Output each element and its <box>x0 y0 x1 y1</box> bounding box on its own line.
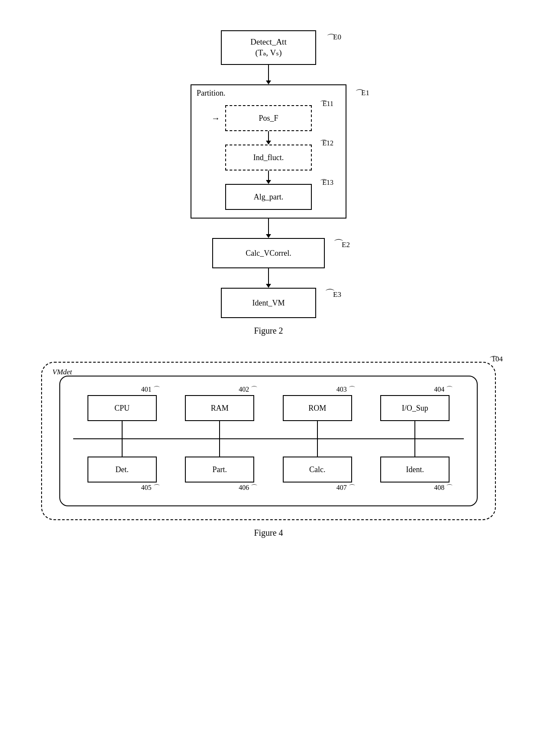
calc-vline-top <box>317 439 318 457</box>
part-ref: 406 ⌒ <box>239 483 258 492</box>
ram-label: RAM <box>211 404 229 413</box>
conn-calc-ident <box>268 268 269 284</box>
iosup-ref: 404 ⌒ <box>434 385 453 394</box>
component-cpu: 401 ⌒ CPU <box>87 385 157 438</box>
conn-detect-partition <box>268 65 269 80</box>
iosup-box: I/O_Sup <box>380 395 450 421</box>
ident-label: Ident. <box>406 465 424 474</box>
det-box: Det. <box>87 457 157 483</box>
ident-label: Ident_VM <box>252 299 285 308</box>
figure2-caption: Figure 2 <box>254 326 283 336</box>
component-rom: 403 ⌒ ROM <box>283 385 352 438</box>
e3-bracket: ⌒ <box>325 289 335 299</box>
calc-label: Calc_VCorrel. <box>246 249 291 258</box>
conn-indfluct-algpart <box>268 171 269 180</box>
calc-label: Calc. <box>309 465 326 474</box>
component-part: Part. 406 ⌒ <box>185 439 254 492</box>
rom-box: ROM <box>283 395 352 421</box>
calc-ref: 407 ⌒ <box>336 483 356 492</box>
detect-box: Detect_Att (Tₐ, Vₛ) <box>221 30 316 65</box>
conn-partition-calc <box>268 219 269 234</box>
part-box: Part. <box>185 457 254 483</box>
vm-inner-box: 401 ⌒ CPU 402 ⌒ RAM <box>59 376 478 506</box>
pos-f-wrapper: → Pos_F E11 ⌒ <box>225 105 312 131</box>
rom-label: ROM <box>308 404 326 413</box>
cpu-vline <box>122 421 123 438</box>
page: Detect_Att (Tₐ, Vₛ) E0 ⌒ Partition. E1 ⌒ <box>0 0 537 756</box>
partition-inner: → Pos_F E11 ⌒ <box>199 105 338 210</box>
ram-box: RAM <box>185 395 254 421</box>
component-calc: Calc. 407 ⌒ <box>283 439 352 492</box>
alg-part-box: Alg_part. E13 ⌒ <box>225 184 312 210</box>
ind-fluct-label: Ind_fluct. <box>253 153 284 162</box>
cpu-box: CPU <box>87 395 157 421</box>
e13-bracket: ⌒ <box>320 177 328 189</box>
bottom-components-row: Det. 405 ⌒ Part. 406 ⌒ <box>73 439 464 492</box>
cpu-ref: 401 ⌒ <box>141 385 160 394</box>
part-label: Part. <box>213 465 227 474</box>
ident-box: Ident_VM <box>221 288 316 318</box>
det-vline-top <box>122 439 123 457</box>
node-detect: Detect_Att (Tₐ, Vₛ) E0 ⌒ <box>221 30 316 65</box>
figure2-flow: Detect_Att (Tₐ, Vₛ) E0 ⌒ Partition. E1 ⌒ <box>191 30 346 318</box>
cpu-label: CPU <box>114 404 129 413</box>
104-bracket: ⌒ <box>489 354 499 368</box>
ident-vline-top <box>414 439 415 457</box>
iosup-label: I/O_Sup <box>402 404 428 413</box>
figure2-container: Detect_Att (Tₐ, Vₛ) E0 ⌒ Partition. E1 ⌒ <box>17 17 520 336</box>
e12-bracket: ⌒ <box>320 138 328 150</box>
e11-bracket: ⌒ <box>320 99 328 110</box>
rom-vline <box>317 421 318 438</box>
det-label: Det. <box>116 465 129 474</box>
component-ident: Ident. 408 ⌒ <box>380 439 450 492</box>
ram-vline <box>219 421 220 438</box>
component-ram: 402 ⌒ RAM <box>185 385 254 438</box>
arrow-detect-partition <box>266 80 271 84</box>
node-partition: Partition. E1 ⌒ → Pos_F E11 <box>191 84 346 219</box>
arrow-partition-calc <box>266 234 271 238</box>
e2-bracket: ⌒ <box>333 239 344 249</box>
part-vline-top <box>219 439 220 457</box>
vmdet-label: VMdet <box>52 368 72 376</box>
calc-box: Calc. <box>283 457 352 483</box>
e0-bracket: ⌒ <box>327 32 336 45</box>
figure4-container: VMdet 104 ⌒ 401 ⌒ CPU <box>17 362 520 555</box>
node-ident: Ident_VM E3 ⌒ <box>221 288 316 318</box>
rom-ref: 403 ⌒ <box>336 385 356 394</box>
ram-ref: 402 ⌒ <box>239 385 258 394</box>
pos-f-label: Pos_F <box>259 114 278 123</box>
alg-part-label: Alg_part. <box>254 193 283 202</box>
partition-label: Partition. <box>197 89 226 98</box>
ind-fluct-wrapper: Ind_fluct. E12 ⌒ <box>225 145 312 171</box>
pos-f-box: Pos_F E11 ⌒ <box>225 105 312 131</box>
vmdet-outer: VMdet 104 ⌒ 401 ⌒ CPU <box>41 362 496 520</box>
calc-box: Calc_VCorrel. <box>212 238 325 268</box>
e1-bracket: ⌒ <box>355 87 365 100</box>
detect-label: Detect_Att (Tₐ, Vₛ) <box>250 37 286 58</box>
figure4-caption: Figure 4 <box>254 528 283 538</box>
arrow-posf-indfluct <box>266 141 271 145</box>
iosup-vline <box>414 421 415 438</box>
recurve-arrow: → <box>211 113 220 123</box>
top-components-row: 401 ⌒ CPU 402 ⌒ RAM <box>73 385 464 438</box>
arrow-calc-ident <box>266 284 271 288</box>
conn-posf-indfluct <box>268 131 269 141</box>
ind-fluct-box: Ind_fluct. E12 ⌒ <box>225 145 312 171</box>
component-det: Det. 405 ⌒ <box>87 439 157 492</box>
arrow-indfluct-algpart <box>266 180 271 184</box>
det-ref: 405 ⌒ <box>141 483 160 492</box>
ident-ref: 408 ⌒ <box>434 483 453 492</box>
component-iosup: 404 ⌒ I/O_Sup <box>380 385 450 438</box>
node-calc: Calc_VCorrel. E2 ⌒ <box>212 238 325 268</box>
partition-outer-box: Partition. E1 ⌒ → Pos_F E11 <box>191 84 346 219</box>
ident-box: Ident. <box>380 457 450 483</box>
alg-part-wrapper: Alg_part. E13 ⌒ <box>225 184 312 210</box>
